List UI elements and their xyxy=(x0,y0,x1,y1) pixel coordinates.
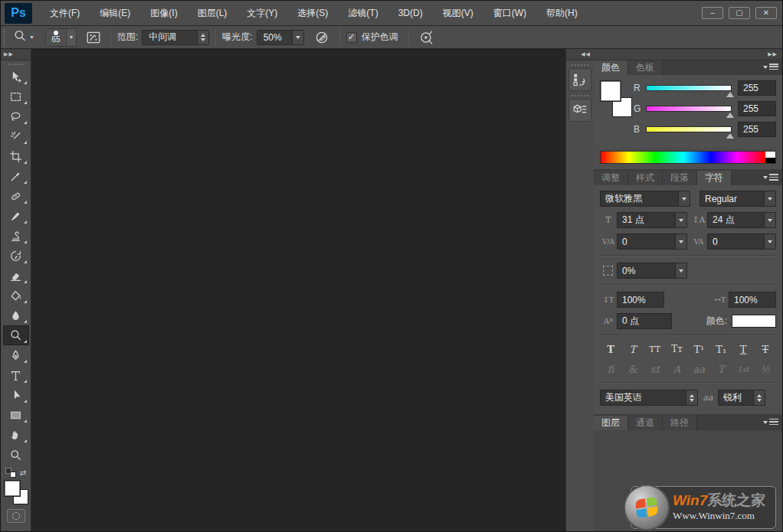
default-colors-icon[interactable] xyxy=(5,468,16,478)
slider-thumb[interactable] xyxy=(726,113,734,118)
panel-menu-button[interactable] xyxy=(763,174,778,181)
tab-character[interactable]: 字符 xyxy=(697,171,732,185)
ordinals-button[interactable]: 1st xyxy=(735,362,751,376)
underline-button[interactable]: T xyxy=(735,342,751,356)
menu-3d[interactable]: 3D(D) xyxy=(388,1,433,26)
foreground-color-swatch[interactable] xyxy=(600,80,621,102)
clone-stamp-tool[interactable] xyxy=(3,226,29,246)
menu-file[interactable]: 文件(F) xyxy=(40,1,90,26)
font-size-dropdown[interactable]: 31 点 xyxy=(617,212,687,228)
stylistic-alternates-button[interactable]: aa xyxy=(691,362,706,376)
font-style-dropdown[interactable]: Regular xyxy=(699,191,776,207)
gradient-tool[interactable] xyxy=(3,286,29,305)
brush-size-picker[interactable]: 65 ▼ xyxy=(45,28,77,47)
all-caps-button[interactable]: TT xyxy=(647,342,663,356)
blur-tool[interactable] xyxy=(3,305,29,325)
vertical-scale-field[interactable]: 100% xyxy=(617,292,664,308)
red-slider[interactable] xyxy=(646,85,732,91)
toolbar-collapse-button[interactable]: ▶▶ xyxy=(1,49,31,60)
baseline-shift-field[interactable]: 0 点 xyxy=(617,313,672,329)
toggle-brush-panel-button[interactable] xyxy=(86,31,101,44)
toolbar-gripper[interactable] xyxy=(8,64,25,65)
menu-image[interactable]: 图像(I) xyxy=(140,1,187,26)
hue-ramp[interactable] xyxy=(601,152,765,163)
crop-tool[interactable] xyxy=(3,146,29,166)
rectangular-marquee-tool[interactable] xyxy=(3,86,29,106)
superscript-button[interactable]: T¹ xyxy=(691,342,706,356)
tab-adjustments[interactable]: 调整 xyxy=(594,171,628,185)
panel-menu-button[interactable] xyxy=(763,419,778,426)
tab-layers[interactable]: 图层 xyxy=(594,416,628,430)
brush-tool[interactable] xyxy=(3,206,29,226)
foreground-color-swatch[interactable] xyxy=(4,480,21,497)
close-button[interactable]: ✕ xyxy=(755,7,777,19)
type-tool[interactable] xyxy=(3,365,29,385)
menu-type[interactable]: 文字(Y) xyxy=(237,1,287,26)
protect-tones-checkbox[interactable]: ✓ xyxy=(346,32,357,43)
move-tool[interactable] xyxy=(3,67,29,86)
blue-slider[interactable] xyxy=(646,126,732,132)
history-panel-icon[interactable] xyxy=(568,68,591,91)
tab-styles[interactable]: 样式 xyxy=(628,171,663,185)
strikethrough-button[interactable]: T xyxy=(758,342,773,356)
menu-select[interactable]: 选择(S) xyxy=(287,1,338,26)
dock-expand-button[interactable]: ◀◀ xyxy=(566,49,594,60)
contextual-alternates-button[interactable]: & xyxy=(625,362,640,376)
subscript-button[interactable]: T₁ xyxy=(713,342,729,356)
quick-selection-tool[interactable] xyxy=(3,126,29,146)
horizontal-scale-field[interactable]: 100% xyxy=(729,292,776,308)
options-bar-gripper[interactable] xyxy=(3,29,5,46)
tab-color[interactable]: 颜色 xyxy=(594,60,628,75)
eyedropper-tool[interactable] xyxy=(3,166,29,186)
tracking-dropdown[interactable]: 0 xyxy=(707,233,776,250)
pen-tool[interactable] xyxy=(3,345,29,365)
zoom-tool[interactable] xyxy=(3,445,29,465)
swash-button[interactable]: A xyxy=(670,362,685,376)
rectangle-tool[interactable] xyxy=(3,405,29,425)
dock-gripper[interactable] xyxy=(572,64,588,66)
faux-italic-button[interactable]: T xyxy=(625,342,640,356)
menu-view[interactable]: 视图(V) xyxy=(433,1,483,26)
chevron-down-icon[interactable]: ▼ xyxy=(66,29,76,46)
properties-panel-icon[interactable] xyxy=(568,99,591,122)
slider-thumb[interactable] xyxy=(726,133,734,139)
tab-paragraph[interactable]: 段落 xyxy=(663,171,697,185)
panel-menu-button[interactable] xyxy=(763,64,778,70)
slider-thumb[interactable] xyxy=(726,92,734,97)
text-color-swatch[interactable] xyxy=(732,315,776,328)
red-value-field[interactable]: 255 xyxy=(738,80,776,96)
faux-bold-button[interactable]: T xyxy=(603,342,618,356)
kerning-dropdown[interactable]: 0 xyxy=(617,233,687,250)
maximize-button[interactable]: ▢ xyxy=(729,7,750,19)
language-dropdown[interactable]: 美国英语 xyxy=(600,390,698,406)
airbrush-toggle-button[interactable] xyxy=(313,31,330,44)
blue-value-field[interactable]: 255 xyxy=(738,122,776,137)
green-value-field[interactable]: 255 xyxy=(738,101,776,116)
white-swatch[interactable] xyxy=(765,152,775,158)
lasso-tool[interactable] xyxy=(3,106,29,126)
range-dropdown[interactable]: 中间调 xyxy=(142,30,209,45)
tab-channels[interactable]: 通道 xyxy=(628,416,663,430)
standard-ligatures-button[interactable]: fi xyxy=(603,362,618,376)
history-brush-tool[interactable] xyxy=(3,246,29,266)
dock-gripper[interactable] xyxy=(572,95,588,96)
tab-paths[interactable]: 路径 xyxy=(663,416,697,430)
menu-filter[interactable]: 滤镜(T) xyxy=(338,1,388,26)
leading-dropdown[interactable]: 24 点 xyxy=(707,212,776,228)
titling-alternates-button[interactable]: T xyxy=(713,362,729,376)
tablet-pressure-button[interactable] xyxy=(418,31,435,44)
black-swatch[interactable] xyxy=(765,158,775,163)
color-spectrum-ramp[interactable] xyxy=(600,151,776,164)
proportional-spacing-dropdown[interactable]: 0% xyxy=(617,263,687,279)
tool-preset-picker[interactable]: ▼ xyxy=(10,28,38,47)
quick-mask-button[interactable] xyxy=(7,509,25,523)
menu-window[interactable]: 窗口(W) xyxy=(483,1,536,26)
exposure-dropdown[interactable]: 50% xyxy=(257,30,304,45)
discretionary-ligatures-button[interactable]: st xyxy=(647,362,663,376)
font-family-dropdown[interactable]: 微软雅黑 xyxy=(600,191,690,207)
menu-help[interactable]: 帮助(H) xyxy=(536,1,588,26)
hand-tool[interactable] xyxy=(3,425,29,445)
path-selection-tool[interactable] xyxy=(3,385,29,405)
eraser-tool[interactable] xyxy=(3,266,29,286)
anti-alias-dropdown[interactable]: 锐利 xyxy=(718,390,765,406)
